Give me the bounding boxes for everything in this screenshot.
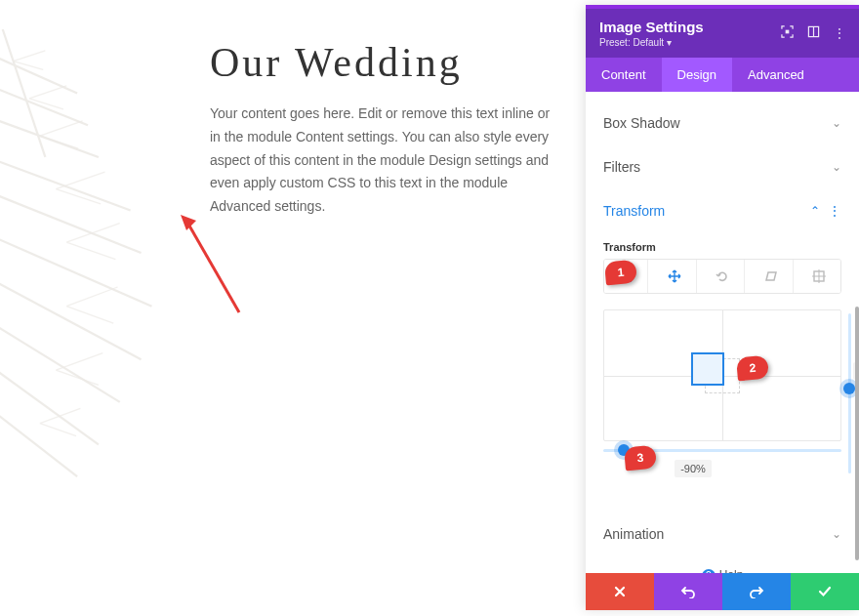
transform-origin-button[interactable] bbox=[798, 260, 840, 293]
transform-label: Transform bbox=[603, 241, 841, 253]
tab-advanced[interactable]: Advanced bbox=[732, 58, 820, 92]
panel-footer bbox=[586, 573, 859, 610]
help-icon: ? bbox=[702, 569, 716, 573]
transform-skew-button[interactable] bbox=[749, 260, 793, 293]
panel-body: Box Shadow ⌄ Filters ⌄ Transform ⌃ ⋮ Tra… bbox=[586, 92, 859, 573]
transform-canvas[interactable] bbox=[603, 309, 841, 441]
transform-box[interactable] bbox=[691, 352, 724, 386]
tab-content[interactable]: Content bbox=[586, 58, 662, 92]
transform-controls: Transform bbox=[586, 233, 859, 497]
section-filters[interactable]: Filters ⌄ bbox=[586, 145, 859, 189]
focus-icon[interactable] bbox=[781, 25, 794, 41]
more-icon[interactable]: ⋮ bbox=[828, 203, 841, 219]
tab-design[interactable]: Design bbox=[662, 58, 732, 92]
fern-decoration bbox=[0, 29, 195, 498]
chevron-up-icon: ⌃ bbox=[810, 204, 820, 218]
settings-panel: Image Settings Preset: Default ▾ ⋮ Conte… bbox=[586, 5, 859, 610]
transform-toolbar bbox=[603, 259, 841, 294]
transform-rotate-button[interactable] bbox=[701, 260, 745, 293]
slider-x-track[interactable] bbox=[603, 449, 841, 452]
preset-dropdown[interactable]: Preset: Default ▾ bbox=[599, 37, 704, 48]
panel-header: Image Settings Preset: Default ▾ ⋮ bbox=[586, 9, 859, 58]
chevron-down-icon: ⌄ bbox=[832, 527, 841, 541]
panel-title: Image Settings bbox=[599, 19, 704, 35]
panel-tabs: Content Design Advanced bbox=[586, 58, 859, 92]
section-transform[interactable]: Transform ⌃ ⋮ bbox=[586, 189, 859, 233]
section-animation[interactable]: Animation ⌄ bbox=[586, 513, 859, 556]
scrollbar[interactable] bbox=[855, 307, 859, 560]
transform-translate-button[interactable] bbox=[652, 260, 696, 293]
expand-icon[interactable] bbox=[807, 25, 820, 41]
slider-y-knob[interactable] bbox=[843, 383, 855, 394]
section-box-shadow[interactable]: Box Shadow ⌄ bbox=[586, 102, 859, 145]
slider-x-knob[interactable] bbox=[618, 444, 630, 456]
page-body-text[interactable]: Your content goes here. Edit or remove t… bbox=[210, 103, 561, 219]
transform-scale-button[interactable] bbox=[604, 260, 648, 293]
redo-button[interactable] bbox=[722, 573, 791, 610]
chevron-down-icon: ⌄ bbox=[832, 160, 841, 174]
help-link[interactable]: ?Help bbox=[586, 556, 859, 573]
more-icon[interactable]: ⋮ bbox=[834, 26, 845, 40]
page-title: Our Wedding bbox=[210, 39, 463, 86]
svg-rect-2 bbox=[786, 30, 790, 34]
transform-x-value[interactable]: -90% bbox=[675, 460, 712, 477]
chevron-down-icon: ⌄ bbox=[832, 116, 841, 130]
save-button[interactable] bbox=[791, 573, 859, 610]
chevron-down-icon: ▾ bbox=[667, 37, 672, 48]
discard-button[interactable] bbox=[586, 573, 654, 610]
slider-y-track[interactable] bbox=[848, 313, 851, 473]
undo-button[interactable] bbox=[654, 573, 722, 610]
